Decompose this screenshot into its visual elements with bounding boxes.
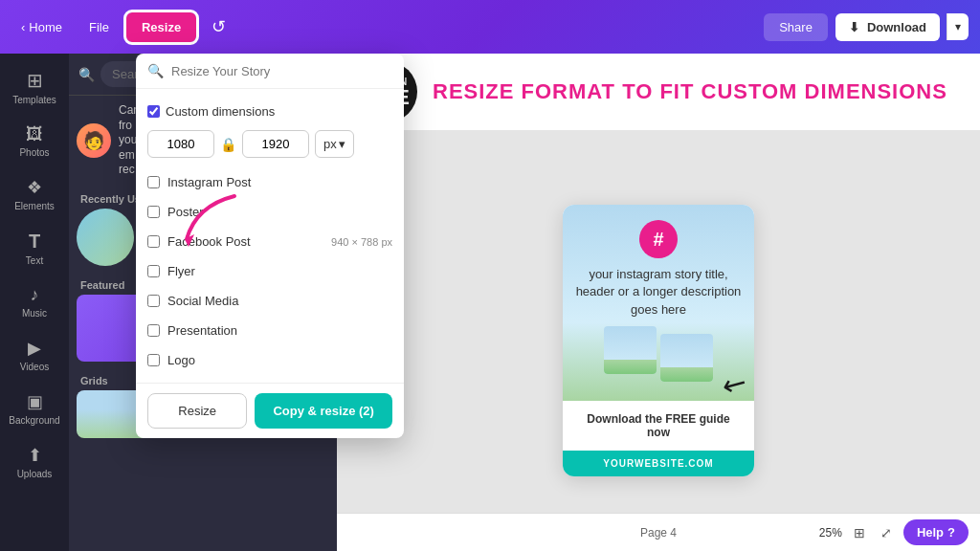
format-poster[interactable]: Poster [136, 197, 404, 227]
format-flyer[interactable]: Flyer [136, 256, 404, 286]
templates-icon: ⊞ [27, 69, 43, 92]
chevron-left-icon: ‹ [21, 20, 25, 34]
unit-chevron-icon: ▾ [339, 137, 345, 151]
search-icon: 🔍 [78, 67, 95, 82]
sidebar-item-videos[interactable]: ▶ Videos [4, 330, 65, 380]
sidebar: ⊞ Templates 🖼 Photos ❖ Elements T Text ♪… [0, 54, 69, 551]
sidebar-label-photos: Photos [19, 147, 49, 158]
format-logo[interactable]: Logo [136, 345, 404, 375]
file-label: File [89, 20, 109, 34]
sidebar-item-uploads[interactable]: ⬆ Uploads [4, 437, 65, 487]
sidebar-item-music[interactable]: ♪ Music [4, 277, 65, 326]
resize-label: Resize [142, 20, 181, 34]
avatar: 🧑 [77, 123, 111, 158]
story-website: YOURWEBSITE.COM [570, 458, 746, 469]
download-button[interactable]: ⬇ Download [835, 13, 940, 41]
story-image-1 [604, 326, 657, 374]
story-card-middle: Download the FREE guide now [563, 401, 754, 451]
search-icon-resize: 🔍 [147, 63, 164, 78]
resize-button[interactable]: Resize [126, 12, 196, 42]
sidebar-item-background[interactable]: ▣ Background [4, 384, 65, 433]
format-checkbox-logo[interactable] [147, 354, 160, 366]
format-label-logo: Logo [167, 353, 195, 367]
sidebar-item-text[interactable]: T Text [4, 223, 65, 274]
grid-view-button[interactable]: ⊞ [850, 521, 869, 544]
download-dropdown-button[interactable]: ▾ [947, 13, 969, 40]
download-icon: ⬇ [849, 20, 859, 34]
story-card: # your instagram story title, header or … [563, 205, 754, 476]
format-checkbox-poster[interactable] [147, 206, 160, 218]
story-cta: Download the FREE guide now [574, 412, 743, 439]
text-icon: T [29, 231, 40, 253]
help-label: Help [917, 525, 944, 540]
sidebar-label-templates: Templates [12, 95, 56, 105]
lock-icon: 🔒 [220, 137, 236, 152]
uploads-icon: ⬆ [28, 445, 42, 466]
format-label-social: Social Media [167, 294, 238, 308]
download-label: Download [867, 20, 926, 34]
chevron-down-icon: ▾ [955, 20, 961, 33]
format-label-presentation: Presentation [167, 323, 237, 338]
story-title: your instagram story title, header or a … [574, 266, 743, 319]
file-button[interactable]: File [79, 14, 119, 40]
home-label: Home [29, 20, 62, 34]
format-instagram-post[interactable]: Instagram Post [136, 167, 404, 197]
format-facebook-post[interactable]: Facebook Post 940 × 788 px [136, 227, 404, 256]
fullscreen-button[interactable]: ⤢ [877, 521, 896, 544]
help-button[interactable]: Help ? [903, 519, 969, 545]
format-size-facebook: 940 × 788 px [331, 236, 392, 248]
width-input[interactable] [147, 130, 214, 158]
sidebar-label-videos: Videos [20, 362, 49, 372]
resize-footer: Resize Copy & resize (2) [136, 383, 404, 438]
template-card-circle[interactable] [77, 209, 134, 266]
sidebar-label-elements: Elements [14, 201, 55, 211]
height-input[interactable] [242, 130, 309, 158]
format-label-flyer: Flyer [167, 264, 195, 278]
dimension-inputs: 🔒 px ▾ [136, 126, 404, 167]
resize-body: Custom dimensions 🔒 px ▾ Instagram Post … [136, 89, 404, 383]
hashtag-badge: # [639, 220, 678, 258]
format-checkbox-presentation[interactable] [147, 324, 160, 337]
photos-icon: 🖼 [26, 124, 43, 144]
sidebar-label-text: Text [26, 255, 43, 266]
custom-dimensions-checkbox[interactable] [147, 105, 160, 118]
format-label-instagram: Instagram Post [167, 175, 251, 189]
sidebar-item-elements[interactable]: ❖ Elements [4, 169, 65, 219]
sidebar-item-templates[interactable]: ⊞ Templates [4, 61, 65, 113]
story-card-bottom: YOURWEBSITE.COM [563, 451, 754, 476]
format-social-media[interactable]: Social Media [136, 286, 404, 316]
help-icon: ? [947, 525, 955, 540]
sidebar-label-uploads: Uploads [17, 469, 53, 479]
unit-selector[interactable]: px ▾ [315, 130, 354, 158]
undo-button[interactable]: ↺ [204, 11, 234, 43]
story-image-2 [660, 334, 713, 382]
format-checkbox-social[interactable] [147, 295, 160, 307]
home-button[interactable]: ‹ Home [11, 14, 72, 40]
format-checkbox-instagram[interactable] [147, 176, 160, 188]
sidebar-label-music: Music [22, 308, 47, 319]
copy-resize-button[interactable]: Copy & resize (2) [255, 393, 392, 429]
custom-dimensions-label: Custom dimensions [166, 104, 275, 119]
elements-icon: ❖ [27, 177, 42, 198]
background-icon: ▣ [27, 391, 43, 412]
resize-search-bar: 🔍 [136, 54, 404, 89]
story-images: ↙ [574, 326, 743, 382]
format-checkbox-facebook[interactable] [147, 235, 160, 248]
resize-action-button[interactable]: Resize [147, 393, 247, 429]
option-title: RESIZE FORMAT TO FIT CUSTOM DIMENSIONS [433, 79, 947, 104]
videos-icon: ▶ [28, 338, 41, 359]
unit-label: px [323, 137, 337, 151]
sidebar-item-photos[interactable]: 🖼 Photos [4, 117, 65, 165]
share-label: Share [779, 20, 813, 34]
format-checkbox-flyer[interactable] [147, 265, 160, 277]
format-presentation[interactable]: Presentation [136, 316, 404, 345]
page-indicator: Page 4 [640, 526, 677, 540]
undo-icon: ↺ [212, 17, 226, 36]
custom-dimensions-row: Custom dimensions [136, 97, 404, 126]
share-button[interactable]: Share [764, 13, 828, 41]
zoom-level: 25% [819, 526, 842, 540]
resize-search-input[interactable] [171, 64, 392, 78]
music-icon: ♪ [31, 285, 39, 305]
format-label-facebook: Facebook Post [167, 234, 251, 249]
format-label-poster: Poster [167, 205, 204, 219]
